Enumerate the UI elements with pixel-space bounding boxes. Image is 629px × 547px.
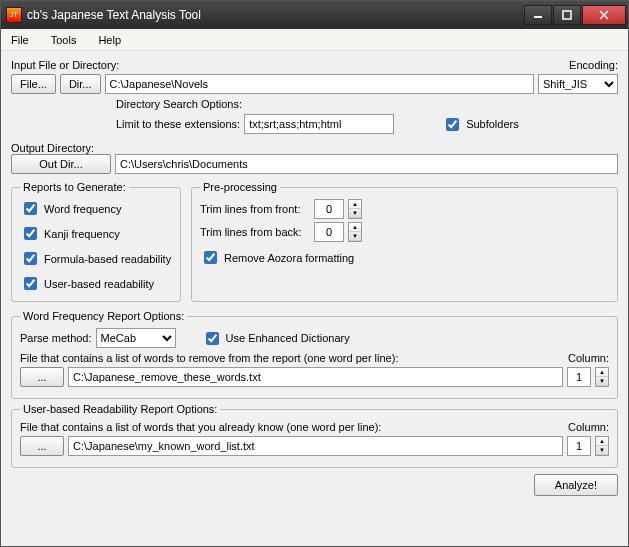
svg-rect-1: [563, 11, 571, 19]
word-freq-options-fieldset: Word Frequency Report Options: Parse met…: [11, 310, 618, 399]
ubr-legend: User-based Readability Report Options:: [20, 403, 220, 415]
trim-front-label: Trim lines from front:: [200, 203, 310, 215]
menu-help[interactable]: Help: [94, 32, 125, 48]
limit-ext-label: Limit to these extensions:: [116, 118, 240, 130]
subfolders-label: Subfolders: [466, 118, 519, 130]
app-window: JT cb's Japanese Text Analysis Tool File…: [0, 0, 629, 547]
word-freq-checkbox[interactable]: Word frequency: [20, 199, 172, 218]
window-controls: [523, 5, 626, 25]
parse-method-label: Parse method:: [20, 332, 92, 344]
menu-file[interactable]: File: [7, 32, 33, 48]
wfr-column-spinner[interactable]: ▲▼: [595, 367, 609, 387]
app-icon: JT: [6, 7, 22, 23]
remove-file-label: File that contains a list of words to re…: [20, 352, 564, 364]
maximize-button[interactable]: [553, 5, 581, 25]
subfolders-check-input[interactable]: [446, 118, 459, 131]
wfr-legend: Word Frequency Report Options:: [20, 310, 187, 322]
down-icon[interactable]: ▼: [349, 209, 361, 218]
down-icon[interactable]: ▼: [349, 232, 361, 241]
trim-back-spinner[interactable]: ▲▼: [348, 222, 362, 242]
enhanced-dict-checkbox[interactable]: Use Enhanced Dictionary: [202, 329, 350, 348]
reports-legend: Reports to Generate:: [20, 181, 129, 193]
user-readability-options-fieldset: User-based Readability Report Options: F…: [11, 403, 618, 468]
titlebar: JT cb's Japanese Text Analysis Tool: [1, 1, 628, 29]
preprocessing-fieldset: Pre-processing Trim lines from front: ▲▼…: [191, 181, 618, 302]
close-button[interactable]: [582, 5, 626, 25]
up-icon[interactable]: ▲: [349, 200, 361, 209]
extensions-field[interactable]: [244, 114, 394, 134]
wfr-column-input[interactable]: [567, 367, 591, 387]
ubr-column-spinner[interactable]: ▲▼: [595, 436, 609, 456]
minimize-button[interactable]: [524, 5, 552, 25]
dir-search-options-label: Directory Search Options:: [116, 98, 618, 110]
subfolders-checkbox[interactable]: Subfolders: [442, 115, 519, 134]
output-label: Output Directory:: [11, 142, 618, 154]
output-path-field[interactable]: [115, 154, 618, 174]
encoding-label: Encoding:: [569, 59, 618, 71]
input-path-field[interactable]: [105, 74, 534, 94]
known-file-field[interactable]: [68, 436, 563, 456]
down-icon[interactable]: ▼: [596, 377, 608, 386]
preprocessing-legend: Pre-processing: [200, 181, 280, 193]
kanji-freq-checkbox[interactable]: Kanji frequency: [20, 224, 172, 243]
window-title: cb's Japanese Text Analysis Tool: [27, 8, 523, 22]
up-icon[interactable]: ▲: [349, 223, 361, 232]
input-label: Input File or Directory:: [11, 59, 565, 71]
remove-file-browse-button[interactable]: ...: [20, 367, 64, 387]
file-button[interactable]: File...: [11, 74, 56, 94]
trim-back-label: Trim lines from back:: [200, 226, 310, 238]
known-file-label: File that contains a list of words that …: [20, 421, 564, 433]
trim-front-spinner[interactable]: ▲▼: [348, 199, 362, 219]
parse-method-select[interactable]: MeCab: [96, 328, 176, 348]
trim-front-input[interactable]: [314, 199, 344, 219]
wfr-column-label: Column:: [568, 352, 609, 364]
down-icon[interactable]: ▼: [596, 446, 608, 455]
up-icon[interactable]: ▲: [596, 368, 608, 377]
ubr-column-label: Column:: [568, 421, 609, 433]
reports-fieldset: Reports to Generate: Word frequency Kanj…: [11, 181, 181, 302]
remove-file-field[interactable]: [68, 367, 563, 387]
known-file-browse-button[interactable]: ...: [20, 436, 64, 456]
dir-button[interactable]: Dir...: [60, 74, 101, 94]
aozora-checkbox[interactable]: Remove Aozora formatting: [200, 248, 609, 267]
menu-tools[interactable]: Tools: [47, 32, 81, 48]
user-readability-checkbox[interactable]: User-based readability: [20, 274, 172, 293]
up-icon[interactable]: ▲: [596, 437, 608, 446]
analyze-button[interactable]: Analyze!: [534, 474, 618, 496]
menubar: File Tools Help: [1, 29, 628, 51]
out-dir-button[interactable]: Out Dir...: [11, 154, 111, 174]
ubr-column-input[interactable]: [567, 436, 591, 456]
encoding-select[interactable]: Shift_JIS: [538, 74, 618, 94]
formula-readability-checkbox[interactable]: Formula-based readability: [20, 249, 172, 268]
content-area: Input File or Directory: Encoding: File.…: [1, 51, 628, 546]
trim-back-input[interactable]: [314, 222, 344, 242]
